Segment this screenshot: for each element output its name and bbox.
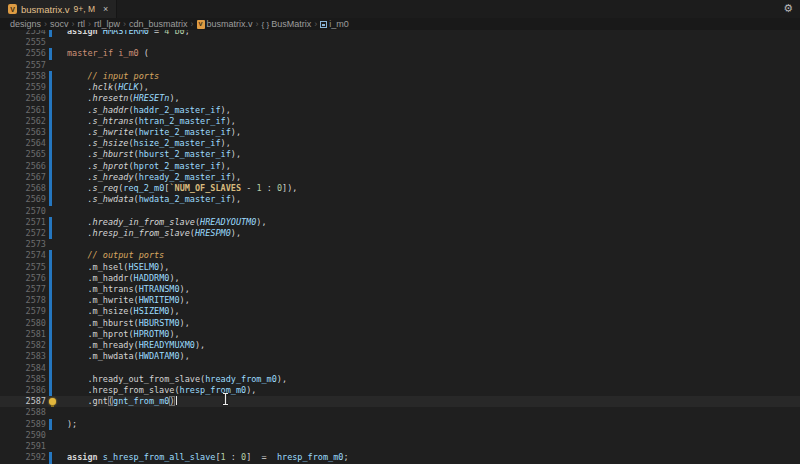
code-line[interactable]: 2573 xyxy=(0,239,800,250)
code-editor[interactable]: 2554assign HMASTERM0 = 4'b0;25552556mast… xyxy=(0,30,800,464)
code-line[interactable]: 2579.m_hsize(HSIZEM0), xyxy=(0,306,800,317)
breadcrumb-item-rtl-lpw[interactable]: rtl_lpw xyxy=(94,19,120,29)
code-line[interactable]: 2592assign s_hresp_from_all_slave[1 : 0]… xyxy=(0,452,800,463)
breadcrumb-item-rtl[interactable]: rtl xyxy=(78,19,86,29)
gutter-margin xyxy=(46,48,67,59)
code-line[interactable]: 2578.m_hwrite(HWRITEM0), xyxy=(0,295,800,306)
editor-tab-busmatrix[interactable]: V busmatrix.v 9+, M × xyxy=(0,0,117,18)
git-modified-indicator xyxy=(49,295,52,306)
gutter-margin xyxy=(46,194,67,205)
code-line[interactable]: 2590 xyxy=(0,430,800,441)
gear-icon[interactable]: ⚙ xyxy=(783,2,793,15)
gutter-margin xyxy=(46,138,67,149)
code-text: .hready_out_from_slave(hready_from_m0), xyxy=(67,374,287,385)
code-line[interactable]: 2559.hclk(HCLK), xyxy=(0,82,800,93)
line-number: 2564 xyxy=(0,138,46,149)
code-line[interactable]: 2558// input ports xyxy=(0,71,800,82)
code-line[interactable]: 2588 xyxy=(0,407,800,418)
code-line[interactable]: 2560.hresetn(HRESETn), xyxy=(0,93,800,104)
code-line[interactable]: 2580.m_hburst(HBURSTM0), xyxy=(0,318,800,329)
git-modified-indicator xyxy=(49,161,52,172)
gutter-margin xyxy=(46,60,67,71)
gutter-margin xyxy=(46,239,67,250)
code-line[interactable]: 2561.s_haddr(haddr_2_master_if), xyxy=(0,105,800,116)
line-number: 2582 xyxy=(0,340,46,351)
line-number: 2573 xyxy=(0,239,46,250)
code-text: .hclk(HCLK), xyxy=(67,82,149,93)
lightbulb-icon[interactable] xyxy=(49,398,56,405)
git-modified-indicator xyxy=(49,340,52,351)
gutter-margin xyxy=(46,306,67,317)
code-text: .gnt(gnt_from_m0) xyxy=(67,396,177,407)
code-text: assign HMASTERM0 = 4'b0; xyxy=(67,30,190,37)
text-caret xyxy=(176,396,177,405)
git-modified-indicator xyxy=(49,183,52,194)
code-line[interactable]: 2555 xyxy=(0,37,800,48)
gutter-margin xyxy=(46,93,67,104)
code-line[interactable]: 2567.s_hready(hready_2_master_if), xyxy=(0,172,800,183)
breadcrumb-label: cdn_busmatrix xyxy=(129,19,188,29)
gutter-margin xyxy=(46,30,67,37)
code-line[interactable]: 2584 xyxy=(0,363,800,374)
code-line[interactable]: 2586.hresp_from_slave(hresp_from_m0), xyxy=(0,385,800,396)
code-line[interactable]: 2557 xyxy=(0,60,800,71)
code-line[interactable]: 2562.s_htrans(htran_2_master_if), xyxy=(0,116,800,127)
braces-icon: { } xyxy=(262,20,270,29)
code-line[interactable]: 2564.s_hsize(hsize_2_master_if), xyxy=(0,138,800,149)
code-line[interactable]: 2581.m_hprot(HPROTM0), xyxy=(0,329,800,340)
gutter-margin xyxy=(46,250,67,261)
code-line[interactable]: 2585.hready_out_from_slave(hready_from_m… xyxy=(0,374,800,385)
close-icon[interactable]: × xyxy=(103,4,108,14)
breadcrumb-separator: › xyxy=(256,19,259,29)
code-line[interactable]: 2565.s_hburst(hburst_2_master_if), xyxy=(0,149,800,160)
code-text: .hresetn(HRESETn), xyxy=(67,93,180,104)
code-line[interactable]: 2591 xyxy=(0,441,800,452)
code-line[interactable]: 2583.m_hwdata(HWDATAM0), xyxy=(0,351,800,362)
code-line[interactable]: 2568.s_req(req_2_m0[`NUM_OF_SLAVES - 1 :… xyxy=(0,183,800,194)
line-number: 2580 xyxy=(0,318,46,329)
breadcrumb-item-socv[interactable]: socv xyxy=(50,19,69,29)
code-text: assign s_hresp_from_all_slave[1 : 0] = h… xyxy=(67,452,349,463)
git-modified-indicator xyxy=(49,30,52,37)
code-line[interactable]: 2554assign HMASTERM0 = 4'b0; xyxy=(0,30,800,37)
code-line[interactable]: 2571.hready_in_from_slave(HREADYOUTM0), xyxy=(0,217,800,228)
code-line[interactable]: 2589); xyxy=(0,419,800,430)
gutter-margin xyxy=(46,430,67,441)
code-line[interactable]: 2556master_if i_m0 ( xyxy=(0,48,800,59)
code-line[interactable]: 2572.hresp_in_from_slave(HRESPM0), xyxy=(0,228,800,239)
code-line[interactable]: 2587.gnt(gnt_from_m0) xyxy=(0,396,800,407)
code-text: .s_req(req_2_m0[`NUM_OF_SLAVES - 1 : 0])… xyxy=(67,183,297,194)
git-modified-indicator xyxy=(49,306,52,317)
breadcrumb-item-cdn-busmatrix[interactable]: cdn_busmatrix xyxy=(129,19,188,29)
breadcrumb-item-busmatrix-v[interactable]: Vbusmatrix.v xyxy=(197,19,253,29)
code-text: .s_hprot(hprot_2_master_if), xyxy=(67,161,231,172)
code-line[interactable]: 2576.m_haddr(HADDRM0), xyxy=(0,273,800,284)
verilog-file-icon: V xyxy=(8,4,17,14)
code-line[interactable]: 2575.m_hsel(HSELM0), xyxy=(0,262,800,273)
line-number: 2584 xyxy=(0,363,46,374)
breadcrumb-separator: › xyxy=(88,19,91,29)
code-text: .m_hsel(HSELM0), xyxy=(67,262,169,273)
code-text: .s_htrans(htran_2_master_if), xyxy=(67,116,236,127)
vscode-window: V busmatrix.v 9+, M × ⚙ designs›socv›rtl… xyxy=(0,0,800,464)
line-number: 2558 xyxy=(0,71,46,82)
breadcrumb-item-busmatrix[interactable]: { }BusMatrix xyxy=(262,19,312,29)
code-line[interactable]: 2574// output ports xyxy=(0,250,800,261)
gutter-margin xyxy=(46,363,67,374)
line-number: 2560 xyxy=(0,93,46,104)
code-line[interactable]: 2577.m_htrans(HTRANSM0), xyxy=(0,284,800,295)
git-modified-indicator xyxy=(49,273,52,284)
git-modified-indicator xyxy=(49,127,52,138)
breadcrumb-item-i-m0[interactable]: i_m0 xyxy=(320,19,349,29)
gutter-margin xyxy=(46,217,67,228)
code-line[interactable]: 2582.m_hready(HREADYMUXM0), xyxy=(0,340,800,351)
gutter-margin xyxy=(46,172,67,183)
tab-dirty-decoration: 9+, M xyxy=(74,4,96,14)
code-line[interactable]: 2563.s_hwrite(hwrite_2_master_if), xyxy=(0,127,800,138)
code-line[interactable]: 2569.s_hwdata(hwdata_2_master_if), xyxy=(0,194,800,205)
code-line[interactable]: 2570 xyxy=(0,206,800,217)
git-modified-indicator xyxy=(49,318,52,329)
breadcrumb-item-designs[interactable]: designs xyxy=(10,19,41,29)
line-number: 2590 xyxy=(0,430,46,441)
code-line[interactable]: 2566.s_hprot(hprot_2_master_if), xyxy=(0,161,800,172)
